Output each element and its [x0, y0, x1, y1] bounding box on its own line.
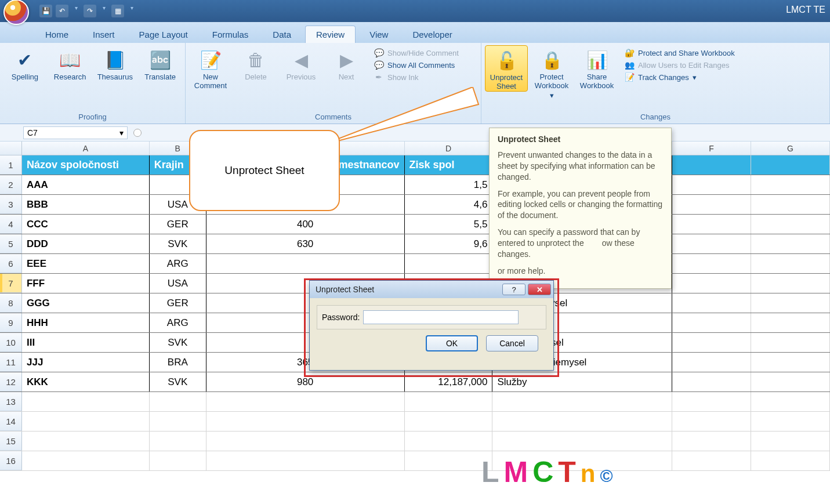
cell[interactable] [206, 254, 405, 273]
qat-customize-icon[interactable]: ▾ [128, 5, 136, 17]
protect-workbook-button[interactable]: 🔒Protect Workbook▾ [530, 45, 573, 100]
cell[interactable]: GER [150, 293, 206, 313]
tab-data[interactable]: Data [262, 26, 302, 43]
cell[interactable] [751, 234, 830, 253]
cell[interactable] [150, 392, 206, 411]
share-workbook-button[interactable]: 📊Share Workbook [575, 45, 618, 90]
cell[interactable]: CCC [22, 215, 150, 234]
translate-button[interactable]: 🔤Translate [139, 45, 182, 82]
cell[interactable] [672, 432, 751, 451]
office-button[interactable] [3, 0, 29, 25]
cell[interactable] [672, 451, 751, 470]
tab-page-layout[interactable]: Page Layout [129, 26, 198, 43]
cell[interactable]: USA [150, 274, 206, 293]
cell[interactable] [672, 155, 751, 175]
cell[interactable] [672, 274, 751, 293]
cell[interactable] [751, 432, 830, 451]
row-header[interactable]: 5 [0, 234, 22, 253]
row-header[interactable]: 13 [0, 392, 22, 411]
qat-undo-icon[interactable]: ↶ [56, 5, 68, 17]
cell[interactable]: 400 [206, 215, 405, 234]
cell[interactable] [405, 412, 493, 431]
tab-review[interactable]: Review [305, 26, 356, 43]
ok-button[interactable]: OK [426, 335, 478, 351]
tab-home[interactable]: Home [35, 26, 79, 43]
cell[interactable] [751, 175, 830, 194]
cell[interactable] [206, 412, 405, 431]
chevron-down-icon[interactable]: ▾ [119, 128, 124, 137]
cell[interactable]: 4,6 [405, 195, 493, 214]
select-all-corner[interactable] [0, 142, 22, 155]
cell[interactable] [751, 451, 830, 470]
tab-formulas[interactable]: Formulas [202, 26, 259, 43]
cell[interactable] [22, 432, 150, 451]
cell[interactable] [22, 412, 150, 431]
col-F[interactable]: F [672, 142, 751, 155]
row-header[interactable]: 14 [0, 412, 22, 431]
cell[interactable]: 5,5 [405, 215, 493, 234]
name-box[interactable]: C7 ▾ [23, 126, 128, 139]
cell[interactable]: EEE [22, 254, 150, 273]
cell[interactable] [672, 392, 751, 411]
cell[interactable]: SVK [150, 372, 206, 391]
cell[interactable] [405, 392, 493, 411]
cell[interactable] [751, 392, 830, 411]
cell[interactable] [22, 392, 150, 411]
cell[interactable] [492, 392, 672, 411]
cell[interactable] [150, 412, 206, 431]
qat-save-icon[interactable]: 💾 [39, 5, 52, 17]
cell[interactable]: Názov spoločnosti [22, 155, 150, 175]
cell[interactable] [492, 432, 672, 451]
tab-insert[interactable]: Insert [82, 26, 125, 43]
row-header[interactable]: 1 [0, 155, 22, 175]
cell[interactable] [672, 234, 751, 253]
spelling-button[interactable]: ✔Spelling [3, 45, 46, 82]
cell[interactable] [672, 215, 751, 234]
thesaurus-button[interactable]: 📘Thesaurus [94, 45, 137, 82]
cell[interactable]: KKK [22, 372, 150, 391]
cell[interactable]: HHH [22, 313, 150, 332]
cancel-button[interactable]: Cancel [486, 335, 538, 351]
cell[interactable] [751, 274, 830, 293]
cell[interactable] [405, 254, 493, 273]
row-header[interactable]: 2 [0, 175, 22, 194]
cell[interactable]: ARG [150, 313, 206, 332]
cell[interactable] [672, 372, 751, 391]
cell[interactable] [672, 175, 751, 194]
cell[interactable]: Zisk spol [405, 155, 493, 175]
cell[interactable] [206, 451, 405, 470]
cell[interactable] [751, 353, 830, 372]
cell[interactable]: DDD [22, 234, 150, 253]
cell[interactable] [206, 392, 405, 411]
cell[interactable]: JJJ [22, 353, 150, 372]
cell[interactable]: 630 [206, 234, 405, 253]
cell[interactable] [22, 451, 150, 470]
cell[interactable]: ARG [150, 254, 206, 273]
cell[interactable] [751, 333, 830, 352]
row-header[interactable]: 3 [0, 195, 22, 214]
cell[interactable]: III [22, 333, 150, 352]
cell[interactable]: BBB [22, 195, 150, 214]
cell[interactable]: SVK [150, 234, 206, 253]
cell[interactable] [672, 313, 751, 332]
row-header[interactable]: 9 [0, 313, 22, 332]
cell[interactable] [150, 451, 206, 470]
cell[interactable] [751, 155, 830, 175]
cell[interactable]: 9,6 [405, 234, 493, 253]
qat-redo-icon[interactable]: ↷ [84, 5, 96, 17]
cell[interactable] [672, 412, 751, 431]
cell[interactable] [672, 254, 751, 273]
row-header[interactable]: 7 [0, 274, 22, 293]
password-input[interactable] [363, 310, 519, 324]
show-all-comments-button[interactable]: 💬Show All Comments [374, 60, 459, 70]
cell[interactable] [206, 432, 405, 451]
row-header[interactable]: 4 [0, 215, 22, 234]
cell[interactable] [751, 372, 830, 391]
cell[interactable] [150, 432, 206, 451]
cell[interactable] [751, 313, 830, 332]
cell[interactable]: SVK [150, 333, 206, 352]
unprotect-sheet-button[interactable]: 🔓Unprotect Sheet [485, 45, 528, 92]
cell[interactable] [751, 293, 830, 313]
cell[interactable]: AAA [22, 175, 150, 194]
cell[interactable]: BRA [150, 353, 206, 372]
